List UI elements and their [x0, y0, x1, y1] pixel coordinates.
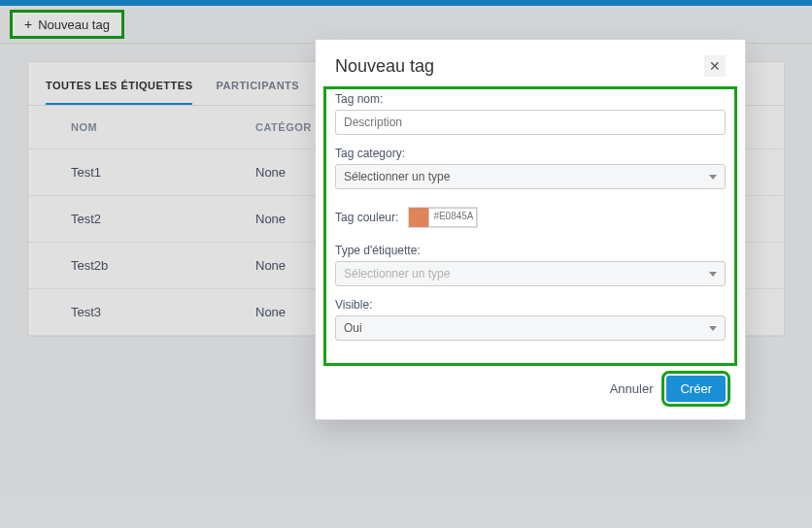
etiquette-label: Type d'étiquette:	[335, 244, 726, 257]
tag-color-label: Tag couleur:	[335, 211, 398, 224]
field-visible: Visible: Oui	[335, 298, 726, 341]
color-swatch-icon	[409, 208, 428, 227]
color-swatch[interactable]: #E0845A	[408, 207, 478, 228]
etiquette-select[interactable]: Sélectionner un type	[335, 261, 726, 286]
tag-nom-input[interactable]	[335, 110, 726, 135]
close-icon: ✕	[709, 58, 721, 74]
chevron-down-icon	[709, 175, 717, 180]
field-etiquette-type: Type d'étiquette: Sélectionner un type	[335, 244, 726, 286]
tag-nom-label: Tag nom:	[335, 92, 726, 106]
visible-label: Visible:	[335, 298, 726, 312]
tag-category-label: Tag category:	[335, 147, 726, 160]
close-button[interactable]: ✕	[704, 55, 726, 77]
new-tag-modal: Nouveau tag ✕ Tag nom: Tag category: Sél…	[315, 39, 746, 420]
modal-title: Nouveau tag	[335, 56, 434, 77]
chevron-down-icon	[709, 272, 717, 277]
modal-header: Nouveau tag ✕	[316, 40, 745, 84]
field-tag-category: Tag category: Sélectionner un type	[335, 147, 726, 189]
cancel-button[interactable]: Annuler	[610, 381, 654, 396]
tag-category-select[interactable]: Sélectionner un type	[335, 164, 726, 189]
chevron-down-icon	[709, 326, 717, 331]
etiquette-value: Sélectionner un type	[344, 267, 450, 280]
field-tag-color: Tag couleur: #E0845A	[335, 207, 726, 228]
create-button[interactable]: Créer	[666, 376, 726, 402]
tag-category-value: Sélectionner un type	[344, 170, 450, 183]
visible-select[interactable]: Oui	[335, 315, 726, 341]
modal-body: Tag nom: Tag category: Sélectionner un t…	[316, 84, 745, 364]
color-hex-value: #E0845A	[428, 208, 477, 227]
visible-value: Oui	[344, 321, 362, 335]
field-tag-nom: Tag nom:	[335, 92, 726, 135]
modal-footer: Annuler Créer	[316, 364, 745, 419]
